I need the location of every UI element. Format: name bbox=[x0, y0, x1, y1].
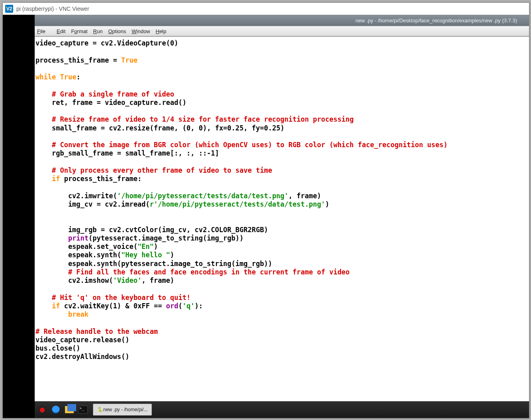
menu-file[interactable]: File bbox=[37, 28, 51, 34]
source-code[interactable]: video_capture = cv2.VideoCapture(0) proc… bbox=[35, 39, 526, 361]
raspberry-pi-icon[interactable] bbox=[37, 404, 47, 415]
menu-options[interactable]: Options bbox=[108, 28, 126, 34]
menu-run[interactable]: Run bbox=[93, 28, 103, 34]
idle-titlebar[interactable]: new .py - /home/pi/Desktop/face_recognit… bbox=[35, 15, 529, 26]
idle-window: new .py - /home/pi/Desktop/face_recognit… bbox=[35, 15, 529, 401]
code-editor[interactable]: video_capture = cv2.VideoCapture(0) proc… bbox=[35, 36, 529, 401]
web-browser-icon[interactable] bbox=[51, 404, 61, 415]
remote-desktop: new .py - /home/pi/Desktop/face_recognit… bbox=[3, 15, 529, 418]
taskbar-button-idle[interactable]: 🐍 new .py - /home/pi/... bbox=[93, 404, 152, 416]
vnc-window: V2 pi (raspberrypi) - VNC Viewer new .py… bbox=[2, 2, 529, 418]
menu-bar: File Edit Format Run Options Window Help bbox=[35, 26, 529, 36]
menu-window[interactable]: Window bbox=[132, 28, 150, 34]
menu-format[interactable]: Format bbox=[71, 28, 87, 34]
terminal-icon[interactable] bbox=[78, 404, 88, 415]
taskbar: 🐍 new .py - /home/pi/... bbox=[35, 401, 529, 418]
file-manager-icon[interactable] bbox=[64, 404, 75, 415]
python-icon: 🐍 bbox=[97, 407, 103, 412]
vnc-title-text: pi (raspberrypi) - VNC Viewer bbox=[16, 6, 89, 12]
menu-help[interactable]: Help bbox=[156, 28, 167, 34]
taskbar-button-label: new .py - /home/pi/... bbox=[103, 407, 148, 412]
menu-edit[interactable]: Edit bbox=[57, 28, 65, 34]
idle-title-text: new .py - /home/pi/Desktop/face_recognit… bbox=[356, 18, 517, 24]
vnc-titlebar[interactable]: V2 pi (raspberrypi) - VNC Viewer bbox=[3, 3, 529, 15]
vnc-logo-icon: V2 bbox=[5, 5, 13, 13]
